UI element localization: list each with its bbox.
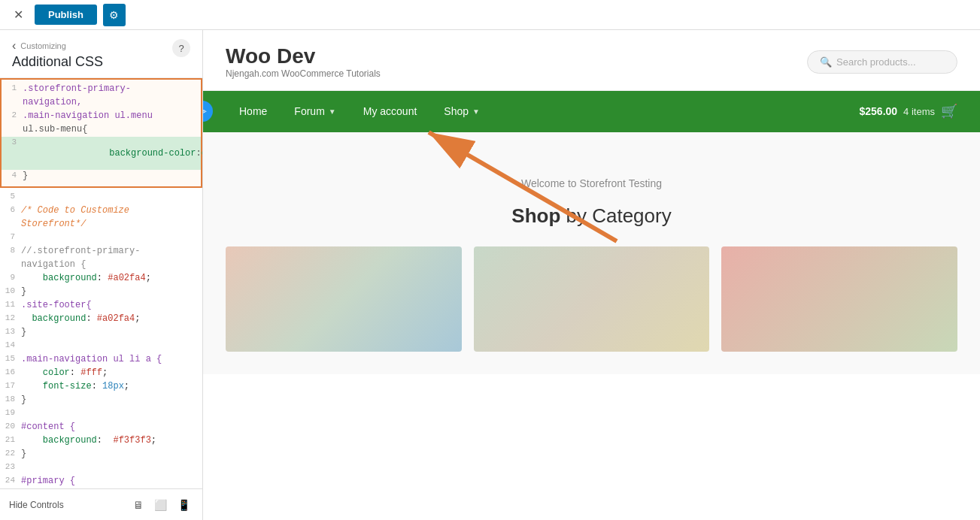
main-navigation: ✏ Home Forum ▼ My account Shop ▼: [203, 91, 980, 132]
code-line-12: 12 background: #a02fa4;: [0, 313, 202, 326]
code-line-7: 7: [0, 231, 202, 245]
product-image-2: [474, 246, 710, 352]
nav-item-forum[interactable]: Forum ▼: [281, 91, 349, 132]
product-image-1: [226, 246, 462, 352]
hide-controls-label: Hide Controls: [9, 500, 64, 510]
sidebar-header: ‹ Customizing Additional CSS ?: [0, 30, 202, 78]
code-line-3: 3 background-color:green;: [2, 137, 201, 170]
shop-dropdown-icon: ▼: [472, 107, 480, 116]
code-line-19: 19: [0, 407, 202, 421]
code-line-13: 13 }: [0, 326, 202, 340]
sidebar-bottom: Hide Controls 🖥 ⬜ 📱: [0, 488, 202, 520]
code-line-1b: navigation,: [2, 96, 201, 110]
code-line-17: 17 font-size: 18px;: [0, 380, 202, 394]
sidebar: ‹ Customizing Additional CSS ? 1 .storef…: [0, 30, 203, 520]
nav-item-home[interactable]: Home: [226, 91, 281, 132]
code-line-2b: ul.sub-menu{: [2, 123, 201, 137]
code-line-6: 6 /* Code to Customize: [0, 204, 202, 218]
content-area: Welcome to Storefront Testing Shop by Ca…: [203, 132, 980, 374]
nav-cart[interactable]: $256.00 4 items 🛒: [859, 103, 957, 119]
code-line-14: 14: [0, 340, 202, 353]
code-line-22: 22 }: [0, 448, 202, 461]
settings-button[interactable]: ⚙: [103, 4, 126, 26]
customizing-text: Customizing: [20, 41, 66, 50]
view-icons-group: 🖥 ⬜ 📱: [130, 497, 193, 512]
code-line-8b: navigation {: [0, 258, 202, 272]
sidebar-title: Additional CSS: [12, 54, 103, 70]
nav-item-shop[interactable]: Shop ▼: [430, 91, 493, 132]
tablet-view-button[interactable]: ⬜: [151, 497, 170, 512]
nav-item-myaccount[interactable]: My account: [350, 91, 431, 132]
search-bar[interactable]: 🔍 Search products...: [807, 50, 957, 74]
code-line-6b: Storefront*/: [0, 218, 202, 231]
products-grid: [226, 246, 957, 352]
welcome-text: Welcome to Storefront Testing: [226, 155, 957, 204]
shop-heading-suffix: by Category: [560, 204, 671, 227]
nav-edit-icon[interactable]: ✏: [203, 101, 213, 122]
woo-site: Woo Dev Njengah.com WooCommerce Tutorial…: [203, 30, 980, 520]
code-line-24: 24 #primary {: [0, 475, 202, 488]
code-line-21: 21 background: #f3f3f3;: [0, 434, 202, 448]
code-line-16: 16 color: #fff;: [0, 367, 202, 380]
shop-heading: Shop by Category: [226, 204, 957, 228]
publish-button[interactable]: Publish: [35, 5, 97, 25]
desktop-view-button[interactable]: 🖥: [130, 497, 147, 512]
code-line-11: 11 .site-footer{: [0, 299, 202, 313]
gear-icon: ⚙: [109, 9, 119, 21]
code-line-18: 18 }: [0, 394, 202, 407]
code-line-4: 4 }: [2, 170, 201, 183]
forum-dropdown-icon: ▼: [329, 107, 336, 116]
code-normal-block: 5 6 /* Code to Customize Storefront*/ 7 …: [0, 188, 202, 488]
site-header: Woo Dev Njengah.com WooCommerce Tutorial…: [203, 30, 980, 91]
search-placeholder: Search products...: [836, 56, 916, 68]
code-line-20: 20 #content {: [0, 421, 202, 434]
site-name: Woo Dev: [226, 45, 381, 68]
code-line-15: 15 .main-navigation ul li a {: [0, 353, 202, 367]
close-button[interactable]: ✕: [8, 5, 29, 26]
site-logo: Woo Dev Njengah.com WooCommerce Tutorial…: [226, 45, 381, 79]
top-bar: ✕ Publish ⚙: [0, 0, 980, 30]
product-image-3: [721, 246, 957, 352]
mobile-view-button[interactable]: 📱: [174, 497, 193, 512]
code-line-8: 8 //.storefront-primary-: [0, 245, 202, 258]
code-line-9: 9 background: #a02fa4;: [0, 272, 202, 286]
cart-count: 4 items: [903, 106, 935, 117]
code-line-23: 23: [0, 461, 202, 475]
help-button[interactable]: ?: [172, 39, 190, 57]
customizing-label: ‹ Customizing: [12, 39, 103, 53]
preview-area: Woo Dev Njengah.com WooCommerce Tutorial…: [203, 30, 980, 520]
cart-icon: 🛒: [941, 103, 957, 119]
code-line-1: 1 .storefront-primary-: [2, 83, 201, 96]
code-editor[interactable]: 1 .storefront-primary- navigation, 2 .ma…: [0, 78, 202, 488]
product-card-3[interactable]: [721, 246, 957, 352]
main-layout: ‹ Customizing Additional CSS ? 1 .storef…: [0, 30, 980, 520]
back-arrow-icon[interactable]: ‹: [12, 39, 16, 53]
site-tagline: Njengah.com WooCommerce Tutorials: [226, 68, 381, 79]
product-card-2[interactable]: [474, 246, 710, 352]
product-card-1[interactable]: [226, 246, 462, 352]
code-line-2: 2 .main-navigation ul.menu: [2, 110, 201, 123]
code-line-5: 5: [0, 191, 202, 204]
code-line-10: 10 }: [0, 286, 202, 299]
shop-heading-strong: Shop: [511, 204, 560, 227]
sidebar-header-left: ‹ Customizing Additional CSS: [12, 39, 103, 70]
nav-items: Home Forum ▼ My account Shop ▼: [226, 91, 859, 132]
cart-price: $256.00: [859, 105, 897, 117]
hide-controls-button[interactable]: Hide Controls: [9, 500, 64, 510]
help-icon: ?: [178, 43, 184, 54]
code-highlighted-block: 1 .storefront-primary- navigation, 2 .ma…: [0, 78, 202, 188]
search-icon: 🔍: [820, 56, 832, 68]
